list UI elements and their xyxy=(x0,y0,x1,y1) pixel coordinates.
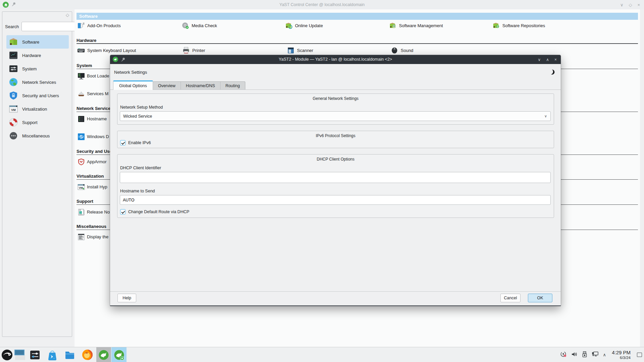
category-sidebar: ◇ Search Software Hardware System xyxy=(2,11,72,337)
tab-overview[interactable]: Overview xyxy=(153,82,181,90)
network-setup-method-label: Network Setup Method xyxy=(120,105,163,110)
sidebar-item-security-and-users[interactable]: Security and Users xyxy=(6,89,69,102)
module-add-on-products[interactable]: Add-On Products xyxy=(77,21,121,30)
module-label: Software Repositories xyxy=(502,23,545,28)
network-tray-icon[interactable] xyxy=(592,351,599,359)
close-icon[interactable]: × xyxy=(637,2,640,7)
lifebuoy-icon xyxy=(8,117,19,128)
vm-window-icon: VM xyxy=(8,104,19,114)
keyboard-icon xyxy=(77,47,85,54)
sidebar-item-hardware[interactable]: Hardware xyxy=(6,49,69,62)
online-update-icon xyxy=(285,22,293,29)
sidebar-item-virtualization[interactable]: VM Virtualization xyxy=(6,102,69,116)
removable-device-tray-icon[interactable] xyxy=(582,351,587,359)
sidebar-item-software[interactable]: Software xyxy=(6,35,69,49)
cancel-button[interactable]: Cancel xyxy=(500,294,521,302)
checkbox-label: Change Default Route via DHCP xyxy=(128,209,189,214)
help-button[interactable]: Help xyxy=(117,294,136,302)
tab-hostname-dns[interactable]: Hostname/DNS xyxy=(181,82,220,90)
minimize-icon[interactable]: ∨ xyxy=(620,2,624,7)
module-label: Software Management xyxy=(399,23,443,28)
group-dhcp-client-options: DHCP Client Options DHCP Client Identifi… xyxy=(117,154,554,218)
close-icon[interactable]: × xyxy=(554,57,557,62)
show-desktop-button[interactable] xyxy=(637,353,642,357)
hostname-to-send-input[interactable] xyxy=(120,195,551,205)
ellipsis-circle-icon xyxy=(8,130,19,141)
sidebar-item-label: Virtualization xyxy=(22,107,47,112)
shade-icon[interactable]: ∨ xyxy=(538,57,541,62)
application-launcher-icon[interactable] xyxy=(1,349,13,361)
dark-mode-moon-icon[interactable] xyxy=(549,69,555,75)
hardware-chip-icon xyxy=(8,50,19,61)
module-label: AppArmor xyxy=(87,159,107,164)
group-ipv6-protocol-settings: IPv6 Protocol Settings Enable IPv6 xyxy=(117,131,554,148)
search-input[interactable] xyxy=(21,22,80,31)
module-label: Hostname xyxy=(87,116,107,121)
sidebar-item-miscellaneous[interactable]: Miscellaneous xyxy=(6,129,69,142)
chevron-down-icon: ∨ xyxy=(544,114,547,118)
hostname-to-send-label: Hostname to Send xyxy=(120,189,155,193)
module-printer[interactable]: Printer xyxy=(182,46,205,55)
virtual-desktop-pager[interactable] xyxy=(13,349,26,361)
section-header-hardware: Hardware xyxy=(77,38,638,44)
sidebar-item-label: Support xyxy=(22,120,38,125)
server-rack-icon xyxy=(77,115,85,123)
dialog-titlebar[interactable]: YaST2 - Module — YaST2 - lan @ localhost… xyxy=(110,55,561,64)
module-media-check[interactable]: Media Check xyxy=(182,21,217,30)
firefox-icon[interactable] xyxy=(81,349,94,361)
software-repositories-icon xyxy=(492,22,500,29)
module-label: Release No xyxy=(87,209,110,215)
module-label: System Keyboard Layout xyxy=(87,48,136,53)
add-on-products-icon xyxy=(77,22,85,29)
section-header-software: Software xyxy=(77,13,638,20)
dialog-body: Network Settings Global Options Overview… xyxy=(110,64,561,306)
apparmor-shield-icon xyxy=(77,158,85,166)
system-settings-icon[interactable] xyxy=(29,349,41,361)
updates-tray-icon[interactable] xyxy=(560,351,566,359)
module-online-update[interactable]: Online Update xyxy=(285,21,323,30)
module-label: Windows D xyxy=(87,134,109,139)
window-title: YaST Control Center @ localhost.localdom… xyxy=(0,0,644,9)
sidebar-item-network-services[interactable]: Network Services xyxy=(6,75,69,89)
tab-routing[interactable]: Routing xyxy=(220,82,245,90)
sidebar-item-label: Miscellaneous xyxy=(22,133,50,138)
sidebar-item-support[interactable]: Support xyxy=(6,116,69,129)
clock-time: 4:29 PM xyxy=(612,350,631,355)
digital-clock[interactable]: 4:29 PM 6/3/24 xyxy=(612,350,631,360)
detach-panel-icon[interactable]: ◇ xyxy=(66,12,69,17)
system-sliders-icon xyxy=(8,63,19,74)
maximize-icon[interactable]: ◇ xyxy=(629,2,632,7)
tab-global-options[interactable]: Global Options xyxy=(113,80,153,90)
module-label: Add-On Products xyxy=(87,23,121,28)
module-label: Printer xyxy=(192,48,205,53)
tray-expand-chevron-icon[interactable]: ∧ xyxy=(603,352,606,357)
software-package-icon xyxy=(8,37,19,47)
category-list: Software Hardware System Network Service… xyxy=(6,35,69,142)
enable-ipv6-checkbox[interactable] xyxy=(120,140,126,145)
ok-button[interactable]: OK xyxy=(528,294,552,302)
sidebar-item-label: Security and Users xyxy=(22,93,59,98)
module-system-keyboard-layout[interactable]: System Keyboard Layout xyxy=(77,46,136,55)
selected-option: Wicked Service xyxy=(123,114,152,119)
module-software-repositories[interactable]: Software Repositories xyxy=(492,21,545,30)
yast-task-icon[interactable] xyxy=(97,349,110,361)
clock-date: 6/3/24 xyxy=(612,356,631,360)
file-manager-icon[interactable] xyxy=(63,349,76,361)
dhcp-client-identifier-input[interactable] xyxy=(120,172,551,183)
maximize-icon[interactable]: ∧ xyxy=(546,57,549,62)
sidebar-item-label: Hardware xyxy=(22,53,41,58)
volume-tray-icon[interactable] xyxy=(571,351,578,359)
change-default-route-checkbox[interactable] xyxy=(120,209,126,215)
module-label: Services M xyxy=(87,91,108,96)
module-sound[interactable]: Sound xyxy=(391,46,413,55)
module-software-management[interactable]: Software Management xyxy=(389,21,443,30)
sidebar-item-system[interactable]: System xyxy=(6,62,69,75)
module-scanner[interactable]: Scanner xyxy=(287,46,313,55)
tab-bar: Global Options Overview Hostname/DNS Rou… xyxy=(113,80,245,90)
yast-task-icon-active[interactable] xyxy=(113,349,126,361)
network-setup-method-select[interactable]: Wicked Service ∨ xyxy=(120,111,551,121)
discover-icon[interactable] xyxy=(46,349,59,361)
services-manager-icon xyxy=(77,90,85,98)
dialog-heading: Network Settings xyxy=(114,70,147,75)
search-label: Search xyxy=(5,24,19,29)
